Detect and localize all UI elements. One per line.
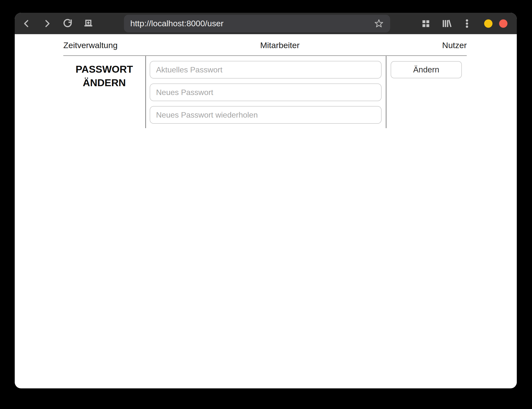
form-title-column: PASSWORT ÄNDERN	[63, 56, 145, 128]
star-icon	[374, 19, 384, 28]
library-button[interactable]	[439, 17, 453, 30]
grid-icon	[421, 19, 431, 28]
reload-button[interactable]	[61, 17, 75, 30]
toolbar-right-group	[419, 17, 474, 30]
form-actions-column: Ändern	[386, 56, 467, 128]
close-button[interactable]	[499, 19, 507, 28]
main-nav: Zeitverwaltung Mitarbeiter Nutzer	[63, 34, 467, 56]
address-bar[interactable]: http://localhost:8000/user	[124, 15, 390, 32]
current-password-input[interactable]	[150, 61, 382, 79]
chevron-right-icon	[43, 19, 51, 28]
minimize-button[interactable]	[484, 19, 492, 28]
refresh-icon	[63, 18, 73, 29]
repeat-password-input[interactable]	[150, 106, 382, 124]
browser-toolbar: http://localhost:8000/user	[15, 13, 517, 34]
tab-overview-button[interactable]	[419, 17, 433, 30]
forward-button[interactable]	[40, 17, 54, 30]
nav-item-nutzer[interactable]: Nutzer	[442, 41, 467, 50]
password-change-section: PASSWORT ÄNDERN Ändern	[63, 56, 467, 128]
chevron-left-icon	[22, 19, 31, 28]
new-tab-icon	[83, 19, 93, 28]
kebab-menu-icon	[462, 18, 472, 29]
form-fields-column	[145, 56, 386, 128]
browser-window: http://localhost:8000/user	[15, 13, 517, 388]
change-password-button[interactable]: Ändern	[391, 61, 462, 78]
nav-item-mitarbeiter[interactable]: Mitarbeiter	[260, 41, 300, 50]
nav-item-zeitverwaltung[interactable]: Zeitverwaltung	[63, 41, 118, 50]
new-tab-button[interactable]	[81, 17, 95, 30]
window-controls	[484, 19, 507, 28]
back-button[interactable]	[20, 17, 33, 30]
url-text: http://localhost:8000/user	[130, 19, 224, 28]
page-content: Zeitverwaltung Mitarbeiter Nutzer PASSWO…	[15, 34, 517, 388]
form-title: PASSWORT ÄNDERN	[63, 63, 145, 90]
bookmark-button[interactable]	[372, 17, 386, 30]
library-icon	[441, 18, 452, 29]
menu-button[interactable]	[460, 17, 474, 30]
new-password-input[interactable]	[150, 83, 382, 101]
